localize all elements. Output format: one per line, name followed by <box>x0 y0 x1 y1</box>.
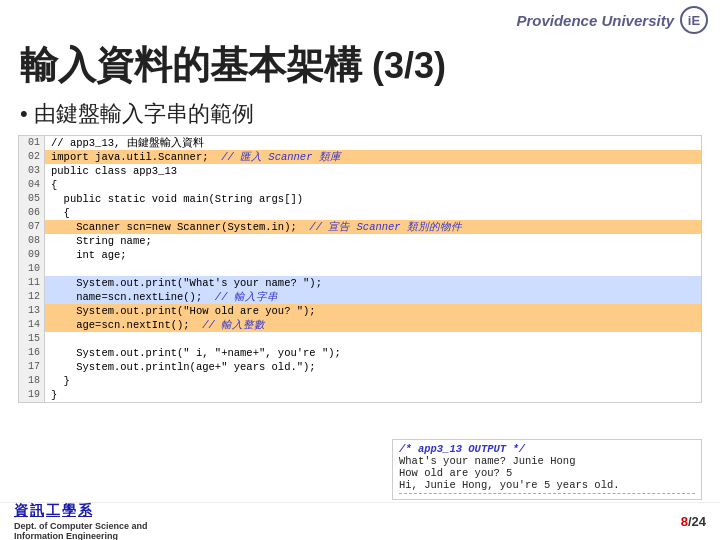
output-block: /* app3_13 OUTPUT */What's your name? Ju… <box>392 439 702 500</box>
code-line: 06 { <box>19 206 701 220</box>
line-number: 01 <box>19 136 45 150</box>
line-number: 04 <box>19 178 45 192</box>
code-line: 18 } <box>19 374 701 388</box>
code-line: 13 System.out.print("How old are you? ")… <box>19 304 701 318</box>
line-code: Scanner scn=new Scanner(System.in); // 宣… <box>45 220 701 234</box>
code-line: 01// app3_13, 由鍵盤輸入資料 <box>19 136 701 150</box>
line-code: name=scn.nextLine(); // 輸入字串 <box>45 290 701 304</box>
code-block: 01// app3_13, 由鍵盤輸入資料02import java.util.… <box>18 135 702 403</box>
line-code: int age; <box>45 248 701 262</box>
code-line: 08 String name; <box>19 234 701 248</box>
code-line: 16 System.out.print(" i, "+name+", you'r… <box>19 346 701 360</box>
dept-line2: Information Engineering <box>14 531 148 540</box>
line-number: 06 <box>19 206 45 220</box>
line-number: 14 <box>19 318 45 332</box>
footer-left: 資訊工學系 Dept. of Computer Science and Info… <box>14 502 148 540</box>
code-line: 09 int age; <box>19 248 701 262</box>
line-code: { <box>45 206 701 220</box>
line-code: public static void main(String args[]) <box>45 192 701 206</box>
footer-logo-char: 工 <box>46 502 60 520</box>
page-number: 8/24 <box>681 514 706 529</box>
title-zh: 輸入資料的基本架構 <box>20 40 362 91</box>
output-line: What's your name? Junie Hong <box>399 455 695 467</box>
title-en: (3/3) <box>372 45 446 87</box>
line-number: 18 <box>19 374 45 388</box>
line-code: System.out.println(age+" years old."); <box>45 360 701 374</box>
line-number: 19 <box>19 388 45 402</box>
dept-line1: Dept. of Computer Science and <box>14 521 148 531</box>
code-line: 12 name=scn.nextLine(); // 輸入字串 <box>19 290 701 304</box>
slide-title: 輸入資料的基本架構 (3/3) <box>0 36 720 95</box>
line-number: 07 <box>19 220 45 234</box>
line-number: 09 <box>19 248 45 262</box>
code-line: 02import java.util.Scanner; // 匯入 Scanne… <box>19 150 701 164</box>
code-line: 04{ <box>19 178 701 192</box>
line-code <box>45 262 701 276</box>
line-code <box>45 332 701 346</box>
line-code: System.out.print("What's your name? "); <box>45 276 701 290</box>
line-code: System.out.print("How old are you? "); <box>45 304 701 318</box>
line-number: 10 <box>19 262 45 276</box>
line-number: 12 <box>19 290 45 304</box>
code-line: 17 System.out.println(age+" years old.")… <box>19 360 701 374</box>
line-code: age=scn.nextInt(); // 輸入整數 <box>45 318 701 332</box>
line-code: } <box>45 374 701 388</box>
code-line: 10 <box>19 262 701 276</box>
line-number: 08 <box>19 234 45 248</box>
line-number: 17 <box>19 360 45 374</box>
line-code: { <box>45 178 701 192</box>
footer: 資訊工學系 Dept. of Computer Science and Info… <box>0 502 720 540</box>
line-number: 02 <box>19 150 45 164</box>
footer-logo-char: 訊 <box>30 502 44 520</box>
page-total: 24 <box>692 514 706 529</box>
code-line: 11 System.out.print("What's your name? "… <box>19 276 701 290</box>
code-line: 07 Scanner scn=new Scanner(System.in); /… <box>19 220 701 234</box>
university-logo: iE <box>680 6 708 34</box>
line-code: } <box>45 388 701 402</box>
code-line: 03public class app3_13 <box>19 164 701 178</box>
line-number: 05 <box>19 192 45 206</box>
footer-logo-char: 系 <box>78 502 92 520</box>
line-code: String name; <box>45 234 701 248</box>
output-title: /* app3_13 OUTPUT */ <box>399 443 695 455</box>
line-number: 16 <box>19 346 45 360</box>
code-line: 15 <box>19 332 701 346</box>
output-separator <box>399 493 695 494</box>
bullet-text: • 由鍵盤輸入字串的範例 <box>20 101 254 126</box>
bullet-point: • 由鍵盤輸入字串的範例 <box>0 95 720 135</box>
line-number: 15 <box>19 332 45 346</box>
line-number: 13 <box>19 304 45 318</box>
code-line: 05 public static void main(String args[]… <box>19 192 701 206</box>
line-code: public class app3_13 <box>45 164 701 178</box>
output-line: How old are you? 5 <box>399 467 695 479</box>
output-line: Hi, Junie Hong, you're 5 years old. <box>399 479 695 491</box>
page-num-accent: 8 <box>681 514 688 529</box>
line-number: 11 <box>19 276 45 290</box>
header: Providence University iE <box>0 0 720 36</box>
line-code: System.out.print(" i, "+name+", you're "… <box>45 346 701 360</box>
code-line: 14 age=scn.nextInt(); // 輸入整數 <box>19 318 701 332</box>
line-code: // app3_13, 由鍵盤輸入資料 <box>45 136 701 150</box>
university-name: Providence University <box>516 12 674 29</box>
code-line: 19} <box>19 388 701 402</box>
footer-logo-char: 資 <box>14 502 28 520</box>
line-code: import java.util.Scanner; // 匯入 Scanner … <box>45 150 701 164</box>
footer-logo-char: 學 <box>62 502 76 520</box>
footer-logo-row: 資訊工學系 <box>14 502 148 520</box>
line-number: 03 <box>19 164 45 178</box>
